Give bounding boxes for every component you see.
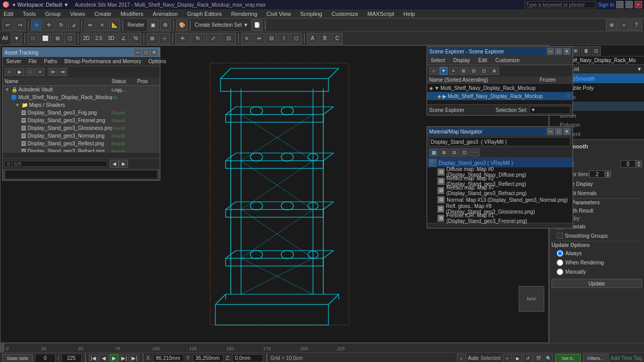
manually-radio[interactable]: [557, 269, 563, 275]
search-btn[interactable]: 🔍: [544, 354, 553, 363]
next-frame-btn[interactable]: ▶|: [120, 354, 129, 363]
asset-row-maxfile[interactable]: 🔵 Multi_Shelf_Navy_Display_Rack_Mockup_m…: [3, 93, 160, 101]
home-btn[interactable]: ⌂: [457, 354, 466, 363]
snap-25d-btn[interactable]: 2.5: [93, 33, 104, 44]
asset-row-fresnel[interactable]: 🖼 Display_Stand_geo3_Fresnel.png Found: [3, 117, 160, 124]
mn-minimize-btn[interactable]: ─: [547, 128, 554, 135]
menu-customize[interactable]: Customize: [330, 11, 360, 17]
asset-btn5[interactable]: ≫: [48, 68, 57, 76]
prev-frame-btn[interactable]: ◀: [99, 354, 108, 363]
update-btn[interactable]: Update: [551, 279, 642, 288]
se-sel-set-dropdown[interactable]: ▼: [529, 106, 571, 114]
asset-prev-btn[interactable]: ◀: [109, 160, 119, 168]
y-value[interactable]: 36,250mm: [193, 354, 224, 362]
mat-grid2-btn[interactable]: ⊞: [439, 148, 449, 157]
iterations-input[interactable]: [620, 160, 636, 167]
se-row-1[interactable]: ◈ ▼ Multi_Shelf_Navy_Display_Rack_Mockup: [427, 84, 573, 92]
loop-btn[interactable]: ↺: [523, 354, 532, 363]
scale-large-btn[interactable]: ⤢: [206, 33, 220, 44]
select-lasso-btn[interactable]: ⬡: [64, 33, 76, 44]
frame-input[interactable]: 0: [35, 354, 56, 363]
material-editor-btn[interactable]: 🎨: [176, 20, 188, 31]
smoothing-groups-checkbox[interactable]: [557, 233, 563, 239]
ref-coord-btn[interactable]: ⊹: [159, 33, 170, 44]
mat-nav-input[interactable]: [429, 137, 571, 146]
se-btn3[interactable]: ≡: [449, 67, 458, 75]
se-minimize-btn[interactable]: ─: [547, 48, 554, 55]
asset-row-fog[interactable]: 🖼 Display_Stand_geo3_Fog.png Found: [3, 109, 160, 117]
mirror-large-btn[interactable]: ⇔: [253, 33, 265, 44]
asset-btn4[interactable]: ≡: [35, 68, 45, 76]
mn-close-btn[interactable]: ✕: [563, 128, 571, 135]
asset-restore-btn[interactable]: □: [142, 49, 150, 56]
se-btn4[interactable]: ⊞: [459, 67, 468, 75]
nav-cube[interactable]: NAV: [519, 286, 544, 312]
state-sets-btn[interactable]: State Sets: [2, 354, 33, 363]
render-iters-input[interactable]: [590, 170, 605, 178]
se-btn5[interactable]: ⊟: [469, 67, 479, 75]
add-time-tag-btn[interactable]: Add Time Tag: [611, 355, 642, 361]
render-settings-btn[interactable]: ⚙: [160, 20, 171, 31]
menu-modifiers[interactable]: Modifiers: [119, 11, 145, 17]
asset-btn6[interactable]: ≪: [58, 68, 67, 76]
menu-edit[interactable]: Edit: [2, 11, 15, 17]
se-menu-customize[interactable]: Customize: [494, 58, 521, 63]
se-filter-btn[interactable]: ▼: [439, 67, 448, 75]
mirror-btn[interactable]: ⇔: [84, 20, 96, 31]
render-iters-down-btn[interactable]: ▼: [605, 174, 611, 178]
menu-animation[interactable]: Animation: [151, 11, 179, 17]
selection-filter-btn[interactable]: ▼: [11, 33, 22, 44]
asset-menu-options[interactable]: Options: [147, 59, 168, 64]
asset-close-btn[interactable]: ✕: [151, 49, 158, 56]
minimize-btn[interactable]: ─: [616, 1, 623, 8]
render-type-btn[interactable]: B: [319, 33, 330, 44]
named-sel-btn[interactable]: ≡: [241, 33, 252, 44]
filters-btn[interactable]: Filters...: [583, 354, 609, 363]
rt-btn4[interactable]: 🗑: [581, 46, 591, 55]
asset-menu-bitmap[interactable]: Bitmap Performance and Memory: [63, 59, 143, 64]
mat-row-6[interactable]: 🖼 Fresnel IOR: Map #1 (Display_Stand_geo…: [427, 214, 573, 223]
modifier-list-dropdown-btn[interactable]: ▼: [637, 66, 642, 72]
snap-btn[interactable]: 📐: [109, 20, 120, 31]
se-menu-display[interactable]: Display: [452, 58, 472, 63]
schematic-btn[interactable]: ⬡: [290, 33, 302, 44]
align-large-btn[interactable]: ⊟: [266, 33, 277, 44]
asset-menu-file[interactable]: File: [27, 59, 38, 64]
asset-scrollbar-h[interactable]: [3, 152, 160, 158]
menu-civil-view[interactable]: Civil View: [265, 11, 292, 17]
transform-gizmo-btn[interactable]: ⊕: [606, 20, 617, 31]
scale-btn[interactable]: ⊿: [68, 20, 79, 31]
se-restore-btn[interactable]: □: [555, 48, 562, 55]
rotate-large-btn[interactable]: ↻: [191, 33, 205, 44]
window-crossing-btn[interactable]: ⊞: [52, 33, 63, 44]
squash-btn[interactable]: ⊡: [222, 33, 236, 44]
se-menu-select[interactable]: Select: [429, 58, 447, 63]
percent-snap-btn[interactable]: %: [130, 33, 141, 44]
select-region-btn[interactable]: ⬜: [40, 33, 51, 44]
asset-next-btn[interactable]: ▶: [119, 160, 128, 168]
anim-mode-btn[interactable]: ▶: [513, 354, 522, 363]
render-iters-spinbox[interactable]: ▲ ▼: [590, 170, 611, 178]
menu-scripting[interactable]: Scripting: [299, 11, 324, 17]
snap-2d-btn[interactable]: 2D: [81, 33, 92, 44]
asset-row-refract[interactable]: 🖼 Display_Stand_geo3_Refract.png Found: [3, 147, 160, 152]
asset-minimize-btn[interactable]: ─: [134, 49, 141, 56]
asset-btn3[interactable]: □: [25, 68, 34, 76]
key-mode-btn[interactable]: ⊹: [503, 354, 512, 363]
menu-rendering[interactable]: Rendering: [230, 11, 259, 17]
restore-btn[interactable]: □: [625, 1, 633, 8]
undo-btn[interactable]: ↩: [2, 20, 13, 31]
timeline-track[interactable]: 0 25 50 75 100 125 150 175 200 225: [4, 344, 644, 352]
render-view-btn[interactable]: ▣: [148, 20, 159, 31]
menu-views[interactable]: Views: [68, 11, 86, 17]
layer-btn[interactable]: 📑: [251, 20, 263, 31]
asset-row-reflect[interactable]: 🖼 Display_Stand_geo3_Reflect.png Found: [3, 140, 160, 147]
asset-row-vault[interactable]: ▼ 🔒 Autodesk Vault Logg...: [3, 86, 160, 93]
select-obj-btn[interactable]: □: [27, 33, 39, 44]
angle-snap-btn[interactable]: ∠: [118, 33, 129, 44]
help-btn[interactable]: ?: [631, 20, 642, 31]
snap-3d-btn[interactable]: 3D: [105, 33, 117, 44]
align-btn[interactable]: ≡: [97, 20, 108, 31]
menu-create[interactable]: Create: [93, 11, 113, 17]
iterations-up-btn[interactable]: ▲: [636, 160, 642, 164]
